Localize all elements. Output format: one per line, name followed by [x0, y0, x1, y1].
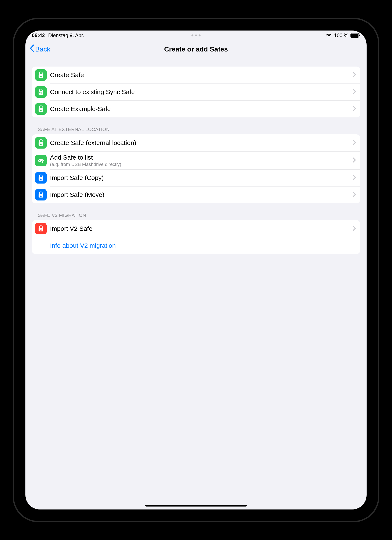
safe-open-icon [35, 69, 47, 81]
row-add-safe-to-list[interactable]: Add Safe to list (e.g. from USB Flashdri… [32, 151, 360, 169]
group-migration: 2 Import V2 Safe Info about [32, 220, 360, 254]
row-label: Create Safe (external location) [50, 139, 351, 147]
drive-add-icon [35, 155, 47, 166]
row-info-v2-migration[interactable]: Info about V2 migration [32, 237, 360, 254]
svg-rect-2 [359, 35, 360, 36]
safe-open-icon [35, 137, 47, 149]
row-label: Info about V2 migration [50, 242, 356, 250]
chevron-right-icon [352, 225, 356, 232]
row-create-example-safe[interactable]: Create Example-Safe [32, 100, 360, 117]
page-title: Create or add Safes [164, 45, 228, 53]
back-button[interactable]: Back [29, 44, 50, 54]
multitask-dots-icon[interactable] [192, 35, 201, 36]
section-header-migration: SAFE V2 MIGRATION [32, 213, 360, 220]
chevron-right-icon [352, 106, 356, 112]
content-scroll[interactable]: Create Safe [25, 58, 367, 510]
status-battery-pct: 100 % [334, 32, 348, 38]
row-label: Connect to existing Sync Safe [50, 88, 351, 96]
device-frame: 06:42 Dienstag 9. Apr. 100 % [13, 18, 379, 522]
group-external: Create Safe (external location) [32, 134, 360, 203]
row-label: Import Safe (Copy) [50, 174, 351, 182]
wifi-icon [326, 33, 332, 38]
row-import-v2-safe[interactable]: 2 Import V2 Safe [32, 220, 360, 237]
chevron-right-icon [352, 175, 356, 181]
row-label: Import V2 Safe [50, 225, 351, 233]
row-import-safe-copy[interactable]: Import Safe (Copy) [32, 169, 360, 186]
row-label: Add Safe to list [50, 153, 351, 161]
row-import-safe-move[interactable]: Import Safe (Move) [32, 186, 360, 203]
row-label: Import Safe (Move) [50, 191, 351, 199]
safe-sync-icon [35, 86, 47, 98]
row-sublabel: (e.g. from USB Flashdrive directly) [50, 161, 351, 167]
row-create-safe-external[interactable]: Create Safe (external location) [32, 134, 360, 151]
screen: 06:42 Dienstag 9. Apr. 100 % [25, 30, 367, 510]
status-time: 06:42 [32, 32, 45, 38]
battery-icon [351, 33, 360, 38]
home-indicator[interactable] [145, 505, 247, 506]
safe-open-icon [35, 103, 47, 115]
chevron-left-icon [29, 44, 35, 54]
svg-text:2: 2 [40, 229, 41, 231]
row-label: Create Safe [50, 71, 351, 79]
nav-bar: Back Create or add Safes [25, 40, 367, 58]
safe-import-icon [35, 189, 47, 200]
safe-import-icon [35, 172, 47, 184]
chevron-right-icon [352, 72, 356, 78]
empty-icon-slot [35, 240, 47, 251]
chevron-right-icon [352, 140, 356, 146]
status-date: Dienstag 9. Apr. [48, 32, 84, 38]
back-label: Back [35, 45, 50, 53]
group-main: Create Safe [32, 66, 360, 117]
status-bar: 06:42 Dienstag 9. Apr. 100 % [25, 30, 367, 40]
row-connect-sync-safe[interactable]: Connect to existing Sync Safe [32, 84, 360, 100]
chevron-right-icon [352, 192, 356, 198]
row-label: Create Example-Safe [50, 105, 351, 113]
section-header-external: SAFE AT EXTERNAL LOCATION [32, 127, 360, 134]
row-create-safe[interactable]: Create Safe [32, 66, 360, 84]
chevron-right-icon [352, 157, 356, 164]
svg-rect-1 [351, 34, 358, 37]
chevron-right-icon [352, 89, 356, 95]
svg-point-8 [39, 160, 40, 161]
safe-v2-icon: 2 [35, 223, 47, 234]
